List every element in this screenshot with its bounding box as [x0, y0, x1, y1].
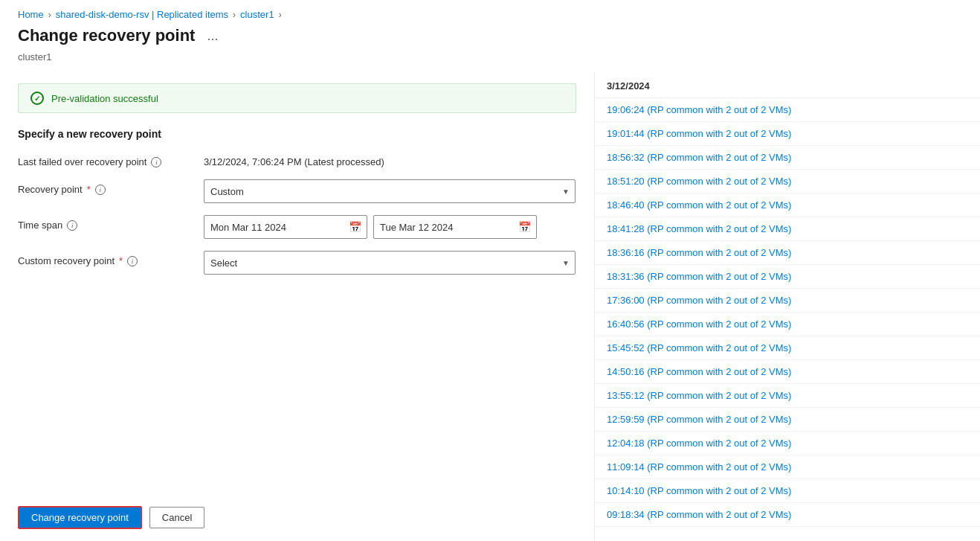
- recovery-point-list: 19:06:24 (RP common with 2 out of 2 VMs)…: [595, 98, 980, 527]
- date-from-calendar-icon[interactable]: 📅: [349, 221, 361, 233]
- last-failed-info-icon[interactable]: i: [151, 157, 161, 167]
- breadcrumb: Home › shared-disk-demo-rsv | Replicated…: [0, 0, 980, 26]
- breadcrumb-rsv[interactable]: shared-disk-demo-rsv | Replicated items: [56, 9, 228, 20]
- list-item[interactable]: 12:04:18 (RP common with 2 out of 2 VMs): [595, 432, 980, 455]
- date-to-input[interactable]: [373, 215, 537, 239]
- right-panel: 3/12/2024 19:06:24 (RP common with 2 out…: [595, 71, 980, 541]
- list-item[interactable]: 18:41:28 (RP common with 2 out of 2 VMs): [595, 217, 980, 241]
- list-item[interactable]: 18:36:16 (RP common with 2 out of 2 VMs): [595, 241, 980, 265]
- date-header: 3/12/2024: [595, 71, 980, 98]
- custom-rp-select[interactable]: Select: [204, 251, 576, 275]
- last-failed-value: 3/12/2024, 7:06:24 PM (Latest processed): [204, 152, 384, 167]
- date-from-input[interactable]: [204, 215, 367, 239]
- ellipsis-button[interactable]: ...: [202, 27, 222, 45]
- list-item[interactable]: 18:51:20 (RP common with 2 out of 2 VMs): [595, 170, 980, 193]
- time-span-label: Time span i: [18, 215, 204, 231]
- time-span-info-icon[interactable]: i: [67, 220, 77, 231]
- page-header: Change recovery point ...: [0, 26, 980, 51]
- list-item[interactable]: 17:36:00 (RP common with 2 out of 2 VMs): [595, 289, 980, 313]
- breadcrumb-home[interactable]: Home: [18, 9, 44, 20]
- section-title: Specify a new recovery point: [18, 128, 576, 140]
- page-title: Change recovery point: [18, 26, 195, 45]
- date-from-wrap: 📅: [204, 215, 367, 239]
- recovery-point-info-icon[interactable]: i: [95, 185, 106, 195]
- custom-rp-control: Select ▼: [204, 251, 576, 275]
- recovery-point-label: Recovery point * i: [18, 179, 204, 195]
- list-item[interactable]: 12:59:59 (RP common with 2 out of 2 VMs): [595, 408, 980, 432]
- recovery-point-control: Latest processedCustom ▼: [204, 179, 576, 203]
- date-to-calendar-icon[interactable]: 📅: [518, 221, 531, 233]
- validation-banner: Pre-validation successful: [18, 83, 576, 113]
- custom-rp-label: Custom recovery point * i: [18, 251, 204, 266]
- breadcrumb-cluster[interactable]: cluster1: [240, 9, 274, 20]
- validation-success-icon: [30, 92, 44, 105]
- list-item[interactable]: 18:46:40 (RP common with 2 out of 2 VMs): [595, 193, 980, 217]
- custom-rp-info-icon[interactable]: i: [127, 256, 138, 266]
- custom-rp-row: Custom recovery point * i Select ▼: [18, 251, 576, 275]
- page-subtitle: cluster1: [0, 51, 980, 71]
- list-item[interactable]: 10:14:10 (RP common with 2 out of 2 VMs): [595, 479, 980, 503]
- list-item[interactable]: 18:31:36 (RP common with 2 out of 2 VMs): [595, 265, 980, 289]
- list-item[interactable]: 19:01:44 (RP common with 2 out of 2 VMs): [595, 122, 980, 146]
- date-to-wrap: 📅: [373, 215, 537, 239]
- time-span-row: Time span i 📅 📅: [18, 215, 576, 239]
- footer-actions: Change recovery point Cancel: [18, 491, 576, 529]
- list-item[interactable]: 11:09:14 (RP common with 2 out of 2 VMs): [595, 455, 980, 479]
- list-item[interactable]: 13:55:12 (RP common with 2 out of 2 VMs): [595, 384, 980, 408]
- change-recovery-point-button[interactable]: Change recovery point: [18, 506, 142, 529]
- validation-text: Pre-validation successful: [51, 93, 158, 104]
- list-item[interactable]: 15:45:52 (RP common with 2 out of 2 VMs): [595, 336, 980, 360]
- last-failed-row: Last failed over recovery point i 3/12/2…: [18, 152, 576, 167]
- list-item[interactable]: 16:40:56 (RP common with 2 out of 2 VMs): [595, 313, 980, 336]
- list-item[interactable]: 14:50:16 (RP common with 2 out of 2 VMs): [595, 360, 980, 384]
- cancel-button[interactable]: Cancel: [149, 507, 204, 528]
- left-panel: Pre-validation successful Specify a new …: [0, 71, 595, 541]
- recovery-point-select[interactable]: Latest processedCustom: [204, 179, 576, 203]
- list-item[interactable]: 18:56:32 (RP common with 2 out of 2 VMs): [595, 146, 980, 170]
- list-item[interactable]: 09:18:34 (RP common with 2 out of 2 VMs): [595, 503, 980, 527]
- date-inputs: 📅 📅: [204, 215, 537, 239]
- list-item[interactable]: 19:06:24 (RP common with 2 out of 2 VMs): [595, 98, 980, 122]
- recovery-point-row: Recovery point * i Latest processedCusto…: [18, 179, 576, 203]
- last-failed-label: Last failed over recovery point i: [18, 152, 204, 167]
